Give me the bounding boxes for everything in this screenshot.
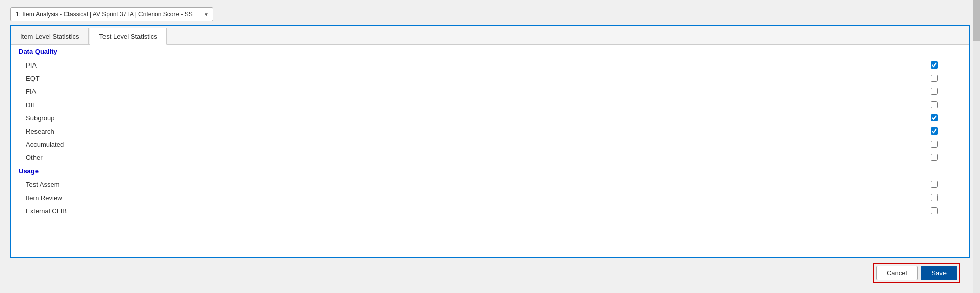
checkbox-accumulated[interactable]	[931, 141, 938, 148]
checkbox-subgroup[interactable]	[931, 114, 938, 121]
cancel-button[interactable]: Cancel	[876, 266, 918, 280]
checkbox-eqt[interactable]	[931, 75, 938, 82]
tabs-row: Item Level Statistics Test Level Statist…	[11, 26, 969, 45]
main-panel: Item Level Statistics Test Level Statist…	[10, 25, 970, 258]
row-other: Other	[11, 151, 969, 164]
checkbox-item-review[interactable]	[931, 194, 938, 201]
checkbox-cell-eqt	[931, 75, 961, 82]
checkbox-cell-pia	[931, 61, 961, 69]
row-eqt: EQT	[11, 72, 969, 85]
bottom-bar: Cancel Save	[10, 258, 970, 288]
checkbox-cell-dif	[931, 101, 961, 108]
label-accumulated: Accumulated	[26, 141, 931, 148]
tab-item-level[interactable]: Item Level Statistics	[11, 28, 89, 44]
dropdown-container: 1: Item Analysis - Classical | AV Sprint…	[10, 7, 213, 21]
save-button[interactable]: Save	[921, 266, 957, 280]
checkbox-test-assem[interactable]	[931, 181, 938, 188]
label-other: Other	[26, 154, 931, 161]
label-fia: FIA	[26, 88, 931, 95]
label-research: Research	[26, 127, 931, 135]
checkbox-cell-accumulated	[931, 141, 961, 148]
label-pia: PIA	[26, 61, 931, 69]
tab-content: Data Quality PIA EQT FIA DIF	[11, 45, 969, 257]
checkbox-fia[interactable]	[931, 88, 938, 95]
label-subgroup: Subgroup	[26, 114, 931, 122]
tab-test-level[interactable]: Test Level Statistics	[90, 28, 167, 45]
checkbox-cell-subgroup	[931, 114, 961, 121]
checkbox-dif[interactable]	[931, 101, 938, 108]
checkbox-cell-other	[931, 154, 961, 161]
section-header-data-quality: Data Quality	[11, 45, 969, 58]
row-fia: FIA	[11, 85, 969, 98]
row-item-review: Item Review	[11, 191, 969, 204]
top-bar: 1: Item Analysis - Classical | AV Sprint…	[10, 5, 970, 21]
section-header-usage: Usage	[11, 164, 969, 178]
row-accumulated: Accumulated	[11, 138, 969, 151]
row-subgroup: Subgroup	[11, 111, 969, 124]
analysis-dropdown[interactable]: 1: Item Analysis - Classical | AV Sprint…	[10, 7, 213, 21]
button-container: Cancel Save	[873, 263, 960, 283]
label-item-review: Item Review	[26, 194, 931, 202]
label-dif: DIF	[26, 101, 931, 109]
label-eqt: EQT	[26, 75, 931, 82]
checkbox-research[interactable]	[931, 127, 938, 135]
checkbox-cell-research	[931, 127, 961, 135]
checkbox-pia[interactable]	[931, 61, 938, 69]
row-external-cfib: External CFIB	[11, 204, 969, 217]
row-dif: DIF	[11, 98, 969, 111]
label-external-cfib: External CFIB	[26, 207, 931, 215]
checkbox-cell-item-review	[931, 194, 961, 201]
checkbox-cell-fia	[931, 88, 961, 95]
checkbox-external-cfib[interactable]	[931, 207, 938, 214]
row-test-assem: Test Assem	[11, 178, 969, 191]
checkbox-cell-external-cfib	[931, 207, 961, 214]
checkbox-other[interactable]	[931, 154, 938, 161]
checkbox-cell-test-assem	[931, 181, 961, 188]
row-pia: PIA	[11, 58, 969, 72]
row-research: Research	[11, 124, 969, 138]
label-test-assem: Test Assem	[26, 181, 931, 188]
page-container: 1: Item Analysis - Classical | AV Sprint…	[0, 0, 980, 293]
